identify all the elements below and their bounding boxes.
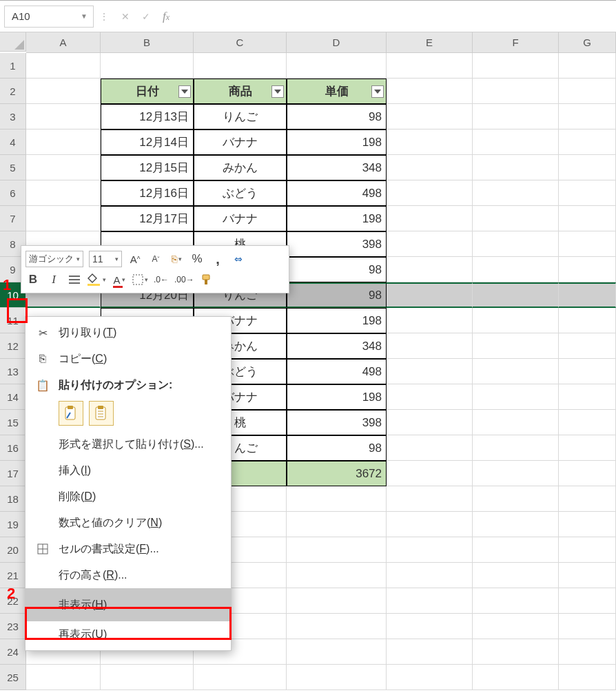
cell[interactable] (287, 512, 387, 537)
cell[interactable] (26, 155, 101, 180)
cell[interactable] (559, 129, 616, 155)
fill-color-icon[interactable]: ▾ (88, 271, 106, 288)
cell[interactable] (387, 104, 473, 129)
menu-unhide[interactable]: 再表示(U) (25, 621, 231, 647)
menu-paste-special[interactable]: 形式を選択して貼り付け(S)... (25, 431, 231, 457)
row-header[interactable]: 25 (0, 665, 26, 690)
cell[interactable] (387, 79, 473, 104)
cell[interactable] (473, 537, 559, 563)
cell[interactable] (287, 588, 387, 614)
cell[interactable] (473, 308, 559, 333)
row-header[interactable]: 7 (0, 206, 26, 231)
cell[interactable] (387, 435, 473, 461)
italic-icon[interactable]: I (46, 271, 61, 288)
cell[interactable] (559, 512, 616, 537)
row-header[interactable]: 16 (0, 435, 26, 461)
cell[interactable]: 198 (287, 206, 387, 231)
column-header[interactable]: B (101, 32, 194, 53)
cell[interactable] (559, 206, 616, 231)
cell[interactable] (387, 461, 473, 486)
cell[interactable] (559, 333, 616, 359)
row-header[interactable]: 23 (0, 614, 26, 639)
format-painter-icon[interactable] (200, 271, 215, 288)
cell[interactable] (559, 308, 616, 333)
fx-icon[interactable]: fx (163, 10, 170, 23)
cell[interactable] (287, 537, 387, 563)
row-header[interactable]: 20 (0, 537, 26, 563)
name-box[interactable]: ▼ (4, 6, 94, 28)
cell[interactable] (559, 104, 616, 129)
cell[interactable] (473, 53, 559, 79)
cell[interactable] (559, 614, 616, 639)
row-header[interactable]: 24 (0, 639, 26, 665)
row-header[interactable]: 6 (0, 180, 26, 206)
cell[interactable] (287, 639, 387, 665)
cell[interactable] (26, 206, 101, 231)
cell[interactable] (559, 155, 616, 180)
cell[interactable] (387, 257, 473, 282)
accounting-format-icon[interactable]: ⎘▾ (169, 251, 184, 267)
cell[interactable] (473, 155, 559, 180)
cell[interactable] (473, 206, 559, 231)
cell[interactable] (387, 180, 473, 206)
percent-icon[interactable]: % (189, 251, 205, 267)
row-header[interactable]: 17 (0, 461, 26, 486)
cell[interactable] (473, 129, 559, 155)
cell[interactable] (387, 486, 473, 512)
cell[interactable]: りんご (194, 104, 287, 129)
cell[interactable] (26, 79, 101, 104)
cell[interactable]: 198 (287, 384, 387, 410)
cell[interactable]: 98 (287, 104, 387, 129)
cell[interactable] (387, 333, 473, 359)
cell[interactable] (473, 614, 559, 639)
cell[interactable] (559, 359, 616, 384)
cell[interactable] (287, 665, 387, 690)
cell[interactable] (473, 180, 559, 206)
cell[interactable] (26, 129, 101, 155)
row-header[interactable]: 5 (0, 155, 26, 180)
cell[interactable] (473, 79, 559, 104)
cell[interactable] (473, 231, 559, 257)
cell[interactable] (387, 410, 473, 435)
cell[interactable]: 単価 (287, 79, 387, 104)
cell[interactable] (387, 384, 473, 410)
name-box-input[interactable] (10, 10, 52, 23)
cell[interactable]: 98 (287, 435, 387, 461)
cell[interactable] (473, 512, 559, 537)
cell[interactable]: 日付 (101, 79, 194, 104)
cell[interactable] (387, 282, 473, 308)
cell[interactable] (559, 461, 616, 486)
cell[interactable] (387, 308, 473, 333)
cell[interactable] (473, 588, 559, 614)
cell[interactable] (473, 282, 559, 308)
cell[interactable] (473, 563, 559, 588)
menu-row-height[interactable]: 行の高さ(R)... (25, 562, 231, 588)
column-header[interactable]: G (559, 32, 616, 53)
column-header[interactable]: D (287, 32, 387, 53)
cell[interactable] (26, 104, 101, 129)
cell[interactable] (559, 282, 616, 308)
cell[interactable]: 12月17日 (101, 206, 194, 231)
cell[interactable] (473, 359, 559, 384)
cell[interactable]: バナナ (194, 206, 287, 231)
menu-hide[interactable]: 非表示(H) (25, 588, 231, 621)
cell[interactable] (473, 410, 559, 435)
cell[interactable] (287, 563, 387, 588)
cell[interactable]: 198 (287, 308, 387, 333)
cell[interactable] (473, 486, 559, 512)
cell[interactable] (387, 129, 473, 155)
row-header[interactable]: 14 (0, 384, 26, 410)
cell[interactable]: 498 (287, 180, 387, 206)
cell[interactable] (559, 257, 616, 282)
cell[interactable] (473, 435, 559, 461)
cell[interactable]: 398 (287, 231, 387, 257)
row-header[interactable]: 12 (0, 333, 26, 359)
chevron-down-icon[interactable]: ▼ (81, 12, 88, 20)
select-all-corner[interactable] (0, 32, 26, 52)
cell[interactable] (559, 537, 616, 563)
comma-icon[interactable]: , (210, 251, 225, 267)
cell[interactable]: バナナ (194, 129, 287, 155)
cell[interactable] (559, 384, 616, 410)
row-header[interactable]: 11 (0, 308, 26, 333)
decrease-font-icon[interactable]: Aˇ (148, 251, 163, 267)
